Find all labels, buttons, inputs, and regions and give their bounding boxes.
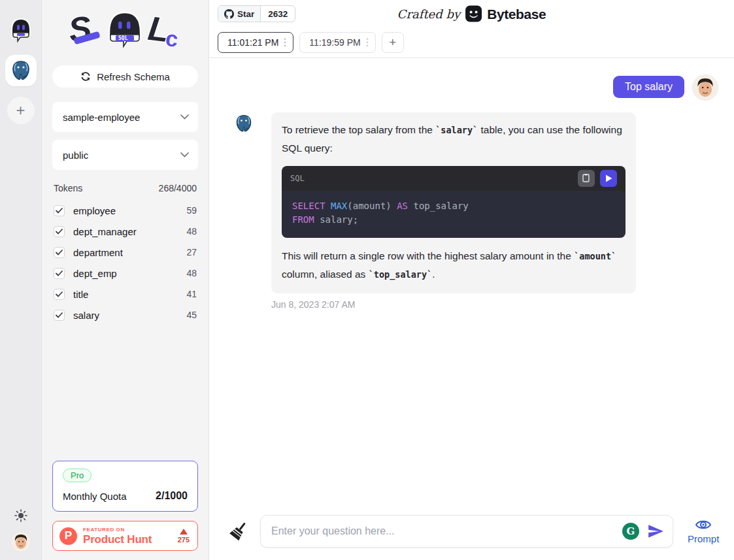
tab-conversation-2[interactable]: 11:19:59 PM xyxy=(299,32,375,53)
tokens-row: Tokens 268/4000 xyxy=(52,183,198,193)
copy-code-button[interactable] xyxy=(578,170,595,187)
check-icon xyxy=(56,229,63,235)
table-row: department 27 xyxy=(52,242,198,263)
assistant-paragraph: This will return a single row with the h… xyxy=(282,247,626,284)
chat-messages: Top salary xyxy=(209,59,734,512)
conversation-tabs: 11:01:21 PM 11:19:59 PM + xyxy=(209,27,734,58)
sql-code-block: SQL xyxy=(282,166,626,238)
database-select[interactable]: sample-employee xyxy=(52,102,198,132)
table-token-count: 48 xyxy=(186,226,197,237)
code-block-body: SELECT MAX(amount) AS top_salary FROM sa… xyxy=(282,191,626,238)
table-list: employee 59 dept_manager 48 department 2… xyxy=(52,200,198,325)
workspace-rail: + xyxy=(0,0,42,560)
table-checkbox[interactable] xyxy=(54,268,65,279)
table-token-count: 45 xyxy=(186,310,197,320)
check-icon xyxy=(56,271,63,276)
table-name: employee xyxy=(73,205,116,216)
table-name: department xyxy=(73,247,123,258)
sqlchat-logo: S SQL L c xyxy=(52,5,198,52)
table-name: title xyxy=(73,289,88,300)
table-row: dept_manager 48 xyxy=(52,221,198,242)
question-input[interactable] xyxy=(260,515,673,548)
play-icon xyxy=(605,174,612,182)
bytebase-logo-icon xyxy=(465,5,482,23)
table-checkbox[interactable] xyxy=(54,289,65,300)
inline-code: `amount` xyxy=(574,251,616,261)
code-block-header: SQL xyxy=(282,166,626,191)
table-checkbox[interactable] xyxy=(54,247,65,258)
logo-tag: SQL xyxy=(118,35,128,41)
product-hunt-badge[interactable]: P FEATURED ON Product Hunt 275 xyxy=(52,521,198,551)
chevron-down-icon xyxy=(180,152,189,157)
logo-robot-q: SQL xyxy=(109,12,141,46)
user-account-avatar[interactable] xyxy=(10,531,31,552)
theme-toggle-sun-icon[interactable] xyxy=(14,509,27,522)
user-message-bubble: Top salary xyxy=(613,76,684,98)
table-row: title 41 xyxy=(52,284,198,305)
logo-letter-c: c xyxy=(164,25,179,52)
quota-value: 2/1000 xyxy=(156,490,188,502)
send-button[interactable] xyxy=(647,523,664,540)
user-face-icon xyxy=(11,532,31,552)
run-query-button[interactable] xyxy=(600,170,617,187)
clear-conversation-broom-icon[interactable] xyxy=(229,520,248,542)
tab-label: 11:01:21 PM xyxy=(227,37,278,48)
postgresql-icon xyxy=(234,114,254,133)
add-connection-button[interactable]: + xyxy=(7,97,35,124)
tab-menu-dots-icon[interactable] xyxy=(281,36,289,49)
github-star-count: 2632 xyxy=(261,6,295,22)
chat-main: Star 2632 Crafted by Bytebase 11:01:21 P… xyxy=(209,0,734,560)
table-token-count: 41 xyxy=(186,289,197,299)
table-name: salary xyxy=(73,310,99,321)
composer: G Prompt xyxy=(209,512,734,560)
message-timestamp: Jun 8, 2023 2:07 AM xyxy=(209,293,734,310)
product-hunt-featured-label: FEATURED ON xyxy=(83,527,152,533)
table-row: employee 59 xyxy=(52,200,198,221)
schema-select[interactable]: public xyxy=(52,140,198,170)
table-token-count: 27 xyxy=(186,247,197,257)
new-conversation-button[interactable]: + xyxy=(382,32,404,53)
check-icon xyxy=(56,312,63,318)
database-select-value: sample-employee xyxy=(63,112,140,123)
tab-conversation-1[interactable]: 11:01:21 PM xyxy=(218,32,293,53)
check-icon xyxy=(56,291,63,297)
upvote-icon xyxy=(180,529,188,535)
robot-head-icon xyxy=(8,17,33,43)
connection-item-postgres[interactable] xyxy=(5,55,37,86)
tab-label: 11:19:59 PM xyxy=(309,37,360,48)
table-row: dept_emp 48 xyxy=(52,263,198,284)
quota-card: Pro Monthly Quota 2/1000 xyxy=(52,461,198,512)
clipboard-icon xyxy=(582,174,591,183)
tab-menu-dots-icon[interactable] xyxy=(363,36,371,49)
tokens-label: Tokens xyxy=(54,183,82,193)
rail-bottom xyxy=(0,509,42,552)
quota-label: Monthly Quota xyxy=(63,491,127,502)
user-message-avatar xyxy=(692,74,718,101)
table-checkbox[interactable] xyxy=(54,226,65,237)
assistant-message-bubble: To retrieve the top salary from the `sal… xyxy=(271,112,636,293)
code-language-label: SQL xyxy=(290,169,305,188)
bytebase-brand-link[interactable]: Bytebase xyxy=(487,6,546,22)
user-message-row: Top salary xyxy=(209,59,734,101)
product-hunt-logo: P xyxy=(59,527,77,545)
user-face-icon xyxy=(693,75,718,100)
assistant-avatar xyxy=(234,114,254,133)
assistant-paragraph: To retrieve the top salary from the `sal… xyxy=(282,121,626,157)
grammarly-icon[interactable]: G xyxy=(622,523,639,540)
prompt-label: Prompt xyxy=(688,533,719,544)
check-icon xyxy=(56,250,63,255)
table-checkbox[interactable] xyxy=(54,310,65,321)
chevron-down-icon xyxy=(180,114,189,120)
assistant-message-row: To retrieve the top salary from the `sal… xyxy=(209,101,734,293)
table-name: dept_emp xyxy=(73,268,117,279)
refresh-schema-button[interactable]: Refresh Schema xyxy=(52,65,198,88)
sqlchat-bot-avatar[interactable] xyxy=(5,14,37,46)
inline-code: `salary` xyxy=(435,125,478,135)
crafted-by: Crafted by Bytebase xyxy=(397,5,546,23)
github-star-button[interactable]: Star 2632 xyxy=(218,5,295,22)
prompt-button[interactable]: Prompt xyxy=(688,518,719,544)
upvote-count: 275 xyxy=(178,536,190,544)
table-checkbox[interactable] xyxy=(54,205,65,216)
table-token-count: 48 xyxy=(186,268,197,278)
tokens-value: 268/4000 xyxy=(159,183,197,193)
